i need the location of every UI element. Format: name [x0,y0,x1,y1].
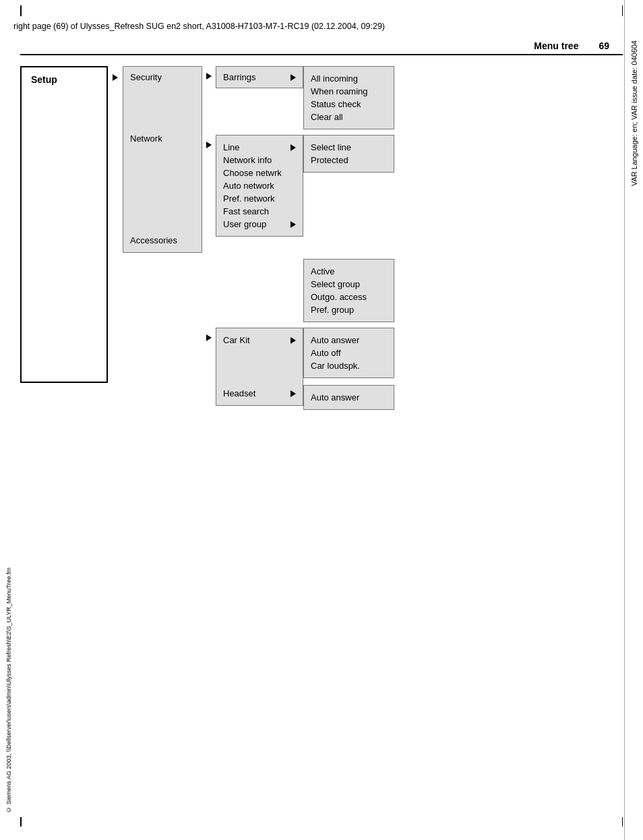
opt-select-line: Select line [311,141,387,154]
security-arrow [202,66,216,80]
network-branch: Line Network info Choose netwrk Auto net… [202,135,623,322]
bottom-mark-right [622,817,623,827]
page-number: 69 [599,40,609,51]
opt-select-group: Select group [311,278,387,291]
accessories-branch: Car Kit Headset Auto answer Auto o [202,328,623,410]
accessories-submenu-box: Car Kit Headset [216,328,303,406]
opt-when-roaming: When roaming [311,85,387,98]
line-options-box: Select line Protected [303,135,394,173]
side-text-container: VAR Language: en; VAR issue date: 040604 [624,0,643,840]
copyright: © Siemens AG 2003, \\Dellserver\users\ad… [5,568,12,813]
barrings-item: Barrings [223,72,296,82]
fast-search: Fast search [223,205,296,218]
network-info: Network info [223,154,296,167]
security-branch: Barrings All incoming When roaming Statu… [202,66,623,129]
opt-car-loudspk: Car loudspk. [311,359,387,372]
header-text: right page (69) of Ulysses_Refresh SUG e… [13,22,385,31]
setup-arrow [108,66,123,81]
side-label: VAR Language: en; VAR issue date: 040604 [630,40,638,186]
network-line: Line [223,141,296,154]
top-mark-left [20,5,22,16]
auto-network: Auto network [223,179,296,192]
opt-status-check: Status check [311,98,387,111]
network-submenu-box: Line Network info Choose netwrk Auto net… [216,135,303,237]
opt-active: Active [311,265,387,278]
level2-accessories: Accessories [123,148,202,252]
barrings-arrow-icon [290,74,296,81]
car-kit-options-box: Auto answer Auto off Car loudspk. [303,328,394,378]
top-mark-right [622,5,623,16]
accessories-arrow-icon [206,334,212,341]
line-arrow-icon [290,144,296,151]
opt-auto-off: Auto off [311,347,387,359]
accessories-arrow [202,328,216,341]
opt-pref-group: Pref. group [311,303,387,316]
setup-arrow-icon [113,74,118,81]
opt-clear-all: Clear all [311,111,387,123]
menu-tree-header: Menu tree 69 [20,34,623,55]
opt-protected: Protected [311,154,387,167]
user-group: User group [223,218,296,231]
setup-label: Setup [31,74,57,85]
pref-network: Pref. network [223,192,296,205]
car-kit-item: Car Kit [223,334,296,347]
headset-options-box: Auto answer [303,385,394,410]
menu-tree-title: Menu tree [534,40,578,51]
bottom-marks [20,817,623,827]
level2-box: Security Network Accessories [123,66,202,253]
choose-netwrk: Choose netwrk [223,167,296,179]
accessories-sub-branches: Auto answer Auto off Car loudspk. Auto a… [303,328,394,410]
headset-arrow-icon [290,390,296,397]
barrings-box: Barrings [216,66,303,88]
opt-all-incoming: All incoming [311,72,387,85]
level2-security: Security [123,67,202,86]
network-arrow-icon [206,142,212,148]
car-kit-spacer [223,347,296,387]
car-kit-arrow-icon [290,337,296,344]
opt-outgo-access: Outgo. access [311,291,387,303]
bottom-mark-left [20,817,22,827]
user-group-options-box: Active Select group Outgo. access Pref. … [303,259,394,322]
setup-box: Setup [20,66,108,383]
user-group-arrow-icon [290,221,296,228]
network-arrow [202,135,216,148]
opt-auto-answer-headset: Auto answer [311,391,387,404]
network-sub-branches: Select line Protected Active Select grou… [303,135,394,322]
document-header: right page (69) of Ulysses_Refresh SUG e… [0,16,643,34]
level2-network: Network [123,86,202,148]
network-gap [303,179,394,252]
security-arrow-icon [206,73,212,80]
opt-auto-answer-carkit: Auto answer [311,334,387,347]
barrings-options-box: All incoming When roaming Status check C… [303,66,394,129]
headset-item: Headset [223,387,296,400]
